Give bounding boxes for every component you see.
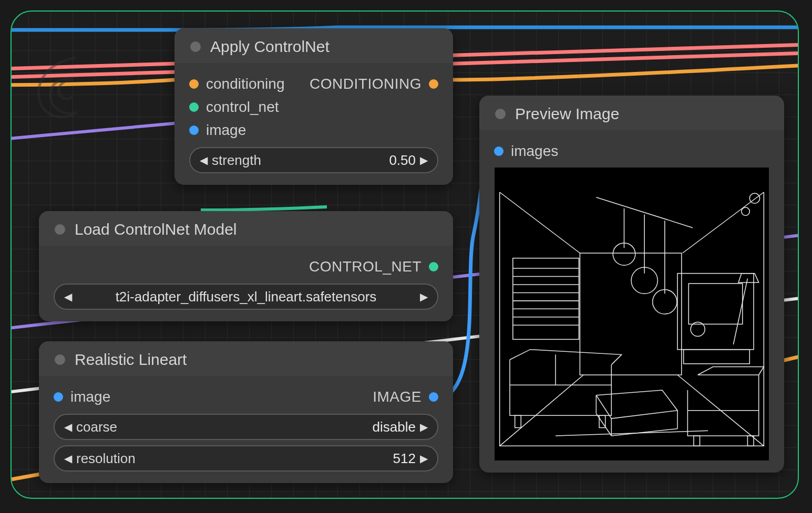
chevron-right-icon[interactable]: ▶ <box>420 290 428 303</box>
preview-image-output[interactable] <box>494 167 769 461</box>
output-port-conditioning[interactable] <box>429 79 438 89</box>
node-header[interactable]: Apply ControlNet <box>174 28 453 63</box>
svg-line-39 <box>733 278 747 344</box>
widget-label: strength <box>212 152 261 169</box>
svg-point-13 <box>742 207 749 215</box>
node-title: Preview Image <box>515 105 619 123</box>
input-port-image[interactable] <box>54 392 63 402</box>
node-apply-controlnet[interactable]: Apply ControlNet conditioning CONDITIONI… <box>174 28 453 185</box>
input-label: control_net <box>206 99 279 116</box>
input-label: image <box>70 389 110 405</box>
widget-model-file[interactable]: ◀ t2i-adapter_diffusers_xl_lineart.safet… <box>54 284 438 310</box>
collapse-dot-icon[interactable] <box>55 224 65 235</box>
svg-line-0 <box>500 192 580 253</box>
output-label: CONDITIONING <box>310 76 422 92</box>
svg-line-34 <box>596 413 611 436</box>
output-label: CONTROL_NET <box>309 258 422 275</box>
node-editor-frame: Apply ControlNet conditioning CONDITIONI… <box>11 11 799 499</box>
node-header[interactable]: Load ControlNet Model <box>39 211 453 246</box>
svg-rect-29 <box>515 415 521 427</box>
chevron-left-icon[interactable]: ◀ <box>64 290 72 303</box>
node-header[interactable]: Realistic Lineart <box>39 341 453 376</box>
output-port-image[interactable] <box>429 392 438 402</box>
input-label: images <box>511 143 558 160</box>
chevron-left-icon[interactable]: ◀ <box>200 154 208 166</box>
widget-resolution[interactable]: ◀ resolution 512 ▶ <box>54 445 438 472</box>
widget-value[interactable]: 512 <box>136 451 416 467</box>
collapse-dot-icon[interactable] <box>190 41 201 52</box>
widget-strength[interactable]: ◀ strength 0.50 ▶ <box>189 147 438 173</box>
widget-value[interactable]: disable <box>117 419 416 435</box>
chevron-left-icon[interactable]: ◀ <box>64 452 72 465</box>
svg-rect-26 <box>684 350 750 364</box>
collapse-dot-icon[interactable] <box>55 354 65 365</box>
node-title: Realistic Lineart <box>75 351 187 369</box>
svg-line-1 <box>683 192 764 253</box>
lineart-room-image <box>495 167 769 460</box>
input-label: conditioning <box>206 76 284 92</box>
node-load-controlnet-model[interactable]: Load ControlNet Model CONTROL_NET ◀ t2i-… <box>39 211 453 321</box>
svg-point-12 <box>749 193 759 203</box>
widget-value[interactable]: 0.50 <box>261 152 416 169</box>
node-header[interactable]: Preview Image <box>479 96 784 130</box>
input-port-images[interactable] <box>494 146 503 156</box>
svg-rect-37 <box>694 436 700 446</box>
chevron-left-icon[interactable]: ◀ <box>64 421 72 433</box>
node-realistic-lineart[interactable]: Realistic Lineart image IMAGE ◀ coarse d… <box>39 341 453 483</box>
input-port-image[interactable] <box>189 125 199 135</box>
collapse-dot-icon[interactable] <box>495 109 506 119</box>
chevron-right-icon[interactable]: ▶ <box>420 154 428 166</box>
watermark-swirl-icon <box>25 54 88 127</box>
input-port-control-net[interactable] <box>189 102 199 112</box>
node-title: Apply ControlNet <box>210 38 330 56</box>
widget-coarse[interactable]: ◀ coarse disable ▶ <box>54 414 438 440</box>
widget-label: coarse <box>76 419 117 435</box>
svg-rect-14 <box>513 258 579 340</box>
chevron-right-icon[interactable]: ▶ <box>420 452 428 465</box>
output-port-control-net[interactable] <box>429 262 438 271</box>
node-title: Load ControlNet Model <box>75 221 237 238</box>
input-port-conditioning[interactable] <box>189 79 199 89</box>
chevron-right-icon[interactable]: ▶ <box>420 421 428 433</box>
widget-value[interactable]: t2i-adapter_diffusers_xl_lineart.safeten… <box>76 289 416 305</box>
input-label: image <box>206 122 246 139</box>
output-label: IMAGE <box>373 389 422 405</box>
node-preview-image[interactable]: Preview Image images <box>479 96 784 473</box>
widget-label: resolution <box>76 451 136 467</box>
svg-rect-24 <box>688 284 742 324</box>
